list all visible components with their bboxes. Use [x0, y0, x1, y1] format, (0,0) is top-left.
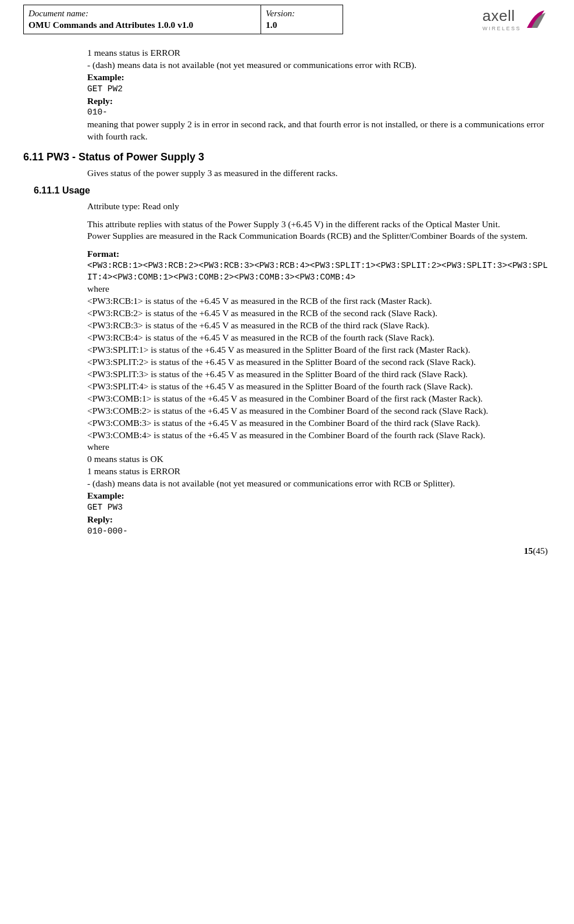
reply-value-2: 010-000-	[87, 526, 551, 538]
brand-logo: axell WIRELESS	[482, 6, 548, 32]
comb-3-desc: <PW3:COMB:3> is status of the +6.45 V as…	[87, 417, 551, 429]
comb-4-desc: <PW3:COMB:4> is status of the +6.45 V as…	[87, 429, 551, 442]
version-label: Version:	[266, 8, 338, 19]
page-footer: 15(45)	[0, 543, 574, 564]
brand-swoosh-icon	[523, 7, 548, 31]
page-total: (45)	[533, 546, 548, 556]
where-2: where	[87, 441, 551, 453]
version-cell: Version: 1.0	[261, 5, 343, 34]
section-6-11-1-body: Attribute type: Read only This attribute…	[87, 200, 551, 537]
comb-2-desc: <PW3:COMB:2> is status of the +6.45 V as…	[87, 405, 551, 417]
section-6-11-desc: Gives status of the power supply 3 as me…	[87, 167, 551, 180]
comb-1-desc: <PW3:COMB:1> is status of the +6.45 V as…	[87, 393, 551, 405]
example-label-2: Example:	[87, 490, 551, 502]
attribute-type: Attribute type: Read only	[87, 200, 551, 213]
format-label: Format:	[87, 248, 551, 260]
brand-name: axell	[482, 6, 521, 26]
status-error-line-2: 1 means status is ERROR	[87, 465, 551, 478]
reply-label: Reply:	[87, 95, 551, 108]
brand-subtitle: WIRELESS	[482, 25, 521, 32]
reply-meaning: meaning that power supply 2 is in error …	[87, 119, 551, 143]
doc-name-label: Document name:	[28, 8, 256, 19]
section-6-11-1-heading: 6.11.1 Usage	[34, 184, 551, 197]
doc-name-cell: Document name: OMU Commands and Attribut…	[24, 5, 261, 34]
rcb-1-desc: <PW3:RCB:1> is status of the +6.45 V as …	[87, 295, 551, 307]
usage-p1: This attribute replies with status of th…	[87, 219, 551, 231]
format-line: <PW3:RCB:1><PW3:RCB:2><PW3:RCB:3><PW3:RC…	[87, 260, 551, 283]
status-error-line: 1 means status is ERROR	[87, 47, 551, 59]
page-header: Document name: OMU Commands and Attribut…	[0, 0, 574, 34]
page-number: 15	[524, 546, 533, 556]
doc-name-value: OMU Commands and Attributes 1.0.0 v1.0	[28, 19, 256, 31]
page-content: 1 means status is ERROR - (dash) means d…	[0, 34, 574, 543]
example-command: GET PW2	[87, 84, 551, 95]
rcb-4-desc: <PW3:RCB:4> is status of the +6.45 V as …	[87, 332, 551, 344]
status-dash-line: - (dash) means data is not available (no…	[87, 59, 551, 71]
header-info-box: Document name: OMU Commands and Attribut…	[23, 5, 343, 34]
split-2-desc: <PW3:SPLIT:2> is status of the +6.45 V a…	[87, 356, 551, 368]
status-ok-line: 0 means status is OK	[87, 453, 551, 465]
where-1: where	[87, 283, 551, 295]
split-4-desc: <PW3:SPLIT:4> is status of the +6.45 V a…	[87, 381, 551, 393]
version-value: 1.0	[266, 19, 338, 31]
example-label: Example:	[87, 71, 551, 84]
section-6-11-heading: 6.11 PW3 - Status of Power Supply 3	[23, 150, 551, 164]
example-command-2: GET PW3	[87, 502, 551, 514]
section-6-11-body: Gives status of the power supply 3 as me…	[87, 167, 551, 180]
intro-block: 1 means status is ERROR - (dash) means d…	[87, 47, 551, 143]
split-1-desc: <PW3:SPLIT:1> is status of the +6.45 V a…	[87, 344, 551, 356]
rcb-2-desc: <PW3:RCB:2> is status of the +6.45 V as …	[87, 307, 551, 320]
reply-label-2: Reply:	[87, 514, 551, 526]
rcb-3-desc: <PW3:RCB:3> is status of the +6.45 V as …	[87, 320, 551, 332]
split-3-desc: <PW3:SPLIT:3> is status of the +6.45 V a…	[87, 368, 551, 381]
usage-p2: Power Supplies are measured in the Rack …	[87, 230, 551, 242]
status-dash-line-2: - (dash) means data is not available (no…	[87, 478, 551, 490]
reply-value: 010-	[87, 107, 551, 119]
